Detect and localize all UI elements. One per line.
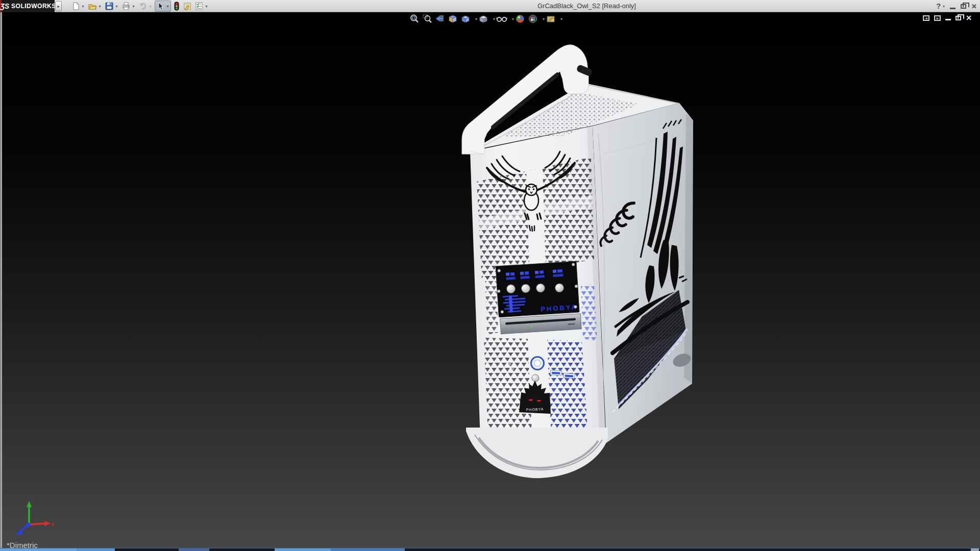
- view-settings-button[interactable]: [546, 14, 556, 24]
- x-axis-label: x: [51, 521, 55, 527]
- front-lower-mesh-left: [482, 336, 535, 438]
- file-properties-button[interactable]: [182, 1, 192, 12]
- show-featuremanager-button[interactable]: ◂: [923, 15, 929, 21]
- new-document-button[interactable]: ▾: [70, 1, 86, 12]
- mdi-restore-button[interactable]: [955, 16, 961, 20]
- fan-controller-panel: PHOBYA: [496, 261, 581, 334]
- previous-view-button[interactable]: [435, 14, 445, 24]
- standard-toolbar: ▾ ▾ ▾ ▾ ▾ ▾: [70, 0, 211, 12]
- menu-expander-button[interactable]: ▸: [55, 1, 62, 11]
- rebuild-button[interactable]: [173, 1, 181, 12]
- mdi-window-controls: ◂ ▸ ✕: [923, 14, 972, 21]
- model-pc-case: PHOBYA: [462, 45, 693, 478]
- hide-show-items-caret[interactable]: ▾: [511, 17, 515, 21]
- taskbar-segment[interactable]: [331, 548, 405, 551]
- options-button[interactable]: ▾: [194, 1, 209, 12]
- close-button[interactable]: ✕: [971, 3, 977, 10]
- options-caret[interactable]: ▾: [204, 4, 209, 9]
- select-tool-button[interactable]: ▾: [155, 1, 171, 12]
- 3d-scene[interactable]: PHOBYA: [0, 12, 980, 551]
- taskbar-segment[interactable]: [275, 548, 331, 551]
- drive-led: [530, 327, 533, 328]
- restore-button[interactable]: [961, 4, 966, 9]
- reset-button: [532, 374, 539, 382]
- logo-mark: ƷS: [0, 2, 9, 10]
- taskbar-segment[interactable]: [0, 548, 77, 551]
- show-taskpane-button[interactable]: ▸: [934, 15, 941, 21]
- taskbar-segment[interactable]: [77, 548, 115, 551]
- help-caret[interactable]: ▾: [943, 4, 945, 9]
- save-caret[interactable]: ▾: [114, 4, 119, 9]
- print-button[interactable]: ▾: [121, 1, 136, 12]
- window-controls: ? ▾ ✕: [937, 0, 977, 12]
- apply-scene-button[interactable]: [528, 14, 538, 24]
- display-style-button[interactable]: [478, 14, 488, 24]
- minimize-button[interactable]: [950, 8, 955, 9]
- new-document-caret[interactable]: ▾: [81, 4, 85, 9]
- logo-brand: SOLIDWORKS: [11, 3, 56, 10]
- hide-show-items-button[interactable]: [496, 14, 507, 24]
- apply-scene-caret[interactable]: ▾: [542, 17, 546, 21]
- graphics-viewport[interactable]: PHOBYA: [0, 12, 980, 551]
- section-view-button[interactable]: [448, 14, 458, 24]
- undo-button[interactable]: ▾: [138, 1, 153, 12]
- orientation-triad: x: [15, 501, 55, 535]
- view-orientation-button[interactable]: [460, 14, 471, 24]
- taskbar-segment[interactable]: [179, 548, 209, 551]
- solidworks-window: ƷS SOLIDWORKS ▸ ▾ ▾ ▾ ▾: [0, 0, 980, 551]
- edit-appearance-button[interactable]: [515, 14, 525, 24]
- undo-caret[interactable]: ▾: [148, 4, 153, 9]
- print-caret[interactable]: ▾: [131, 4, 136, 9]
- taskbar-strip[interactable]: [0, 548, 980, 551]
- badge-text: PHOBYA: [526, 407, 544, 411]
- zoom-to-fit-button[interactable]: [409, 14, 420, 24]
- open-button[interactable]: ▾: [87, 1, 103, 12]
- view-orientation-caret[interactable]: ▾: [474, 17, 478, 21]
- mdi-minimize-button[interactable]: [945, 19, 951, 20]
- select-tool-caret[interactable]: ▾: [165, 4, 170, 9]
- view-settings-caret[interactable]: ▾: [559, 17, 564, 21]
- display-style-caret[interactable]: ▾: [492, 17, 496, 21]
- taskbar-segment[interactable]: [971, 548, 979, 551]
- zoom-to-area-button[interactable]: [422, 14, 432, 24]
- mdi-close-button[interactable]: ✕: [966, 14, 972, 21]
- titlebar: ƷS SOLIDWORKS ▸ ▾ ▾ ▾ ▾: [0, 0, 980, 12]
- document-title: GrCadBlack_Owl_S2 [Read-only]: [537, 2, 636, 10]
- solidworks-logo: ƷS SOLIDWORKS: [2, 0, 55, 12]
- help-button[interactable]: ?: [937, 2, 941, 10]
- open-caret[interactable]: ▾: [97, 4, 102, 9]
- headsup-view-toolbar: ▾ ▾ ▾ ▾ ▾: [409, 13, 564, 24]
- save-button[interactable]: ▾: [104, 1, 119, 12]
